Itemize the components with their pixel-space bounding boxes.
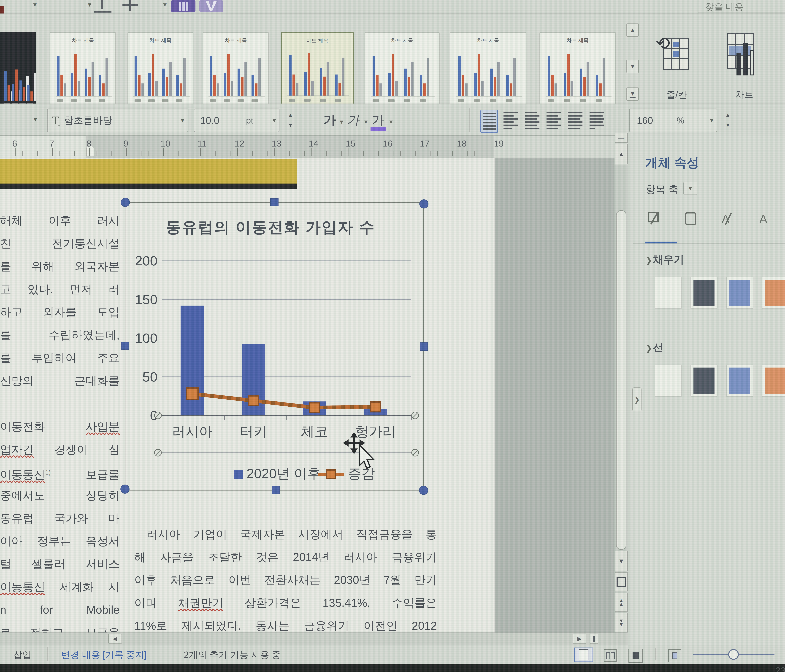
font-size-spinner[interactable]: ▲▼ — [286, 110, 295, 132]
selection-handle[interactable] — [271, 198, 278, 206]
selection-handle[interactable] — [420, 342, 428, 351]
chevron-down-icon[interactable]: ▾ — [34, 116, 37, 123]
ruler-toggle-button[interactable]: — — [615, 133, 628, 143]
shape-icon[interactable] — [682, 209, 701, 228]
document-text-line: 로 정하고, 보급을 — [0, 621, 120, 633]
mini-chart-title: 차트 제목 — [540, 37, 615, 44]
addons-indicator[interactable]: 2개의 추가 기능 사용 중 — [184, 649, 281, 661]
bold-button[interactable]: 가 — [324, 112, 336, 129]
chart-style-thumbnail[interactable]: 차트 제목 — [50, 32, 116, 112]
selection-handle[interactable] — [419, 486, 428, 495]
align-button[interactable] — [566, 110, 584, 133]
selection-handle[interactable] — [419, 200, 428, 209]
zoom-slider-thumb[interactable] — [728, 649, 739, 660]
font-size-unit: pt — [246, 115, 253, 125]
text-style-icon[interactable] — [94, 0, 111, 12]
page-view-button[interactable] — [574, 647, 593, 662]
edit-chart-data-icon — [727, 33, 754, 69]
color-swatch-none[interactable] — [655, 365, 682, 397]
chart-style-gallery: 차트 제목차트 제목차트 제목차트 제목차트 제목차트 제목차트 제목 — [0, 14, 625, 103]
font-icon[interactable]: A — [755, 209, 774, 228]
property-tab-icons: AA — [643, 209, 785, 231]
browse-target-button[interactable] — [615, 572, 628, 591]
document-text-line: 11%로 제시되었다. 동사는 금융위기 이전인 2012 — [134, 614, 437, 633]
underline-button[interactable]: 가 — [372, 112, 384, 129]
ruler-number: 11 — [197, 138, 206, 148]
char-shape-icon[interactable] — [122, 0, 140, 11]
page-thumbnail-button[interactable] — [668, 649, 681, 662]
scroll-left-button[interactable]: ◀ — [108, 634, 122, 644]
switch-rows-cols-icon: ⟲ — [663, 39, 689, 70]
color-swatch[interactable] — [726, 277, 753, 309]
red-icon-fragment — [0, 6, 5, 14]
horizontal-scrollbar-track[interactable] — [0, 633, 628, 645]
alignment-button-group — [480, 110, 609, 133]
zoom-ratio-spinner[interactable]: ▲▼ — [724, 110, 732, 132]
color-swatch-none[interactable] — [655, 277, 682, 309]
sidebar-collapse-button[interactable]: ❯ — [632, 387, 641, 411]
color-swatch[interactable] — [726, 365, 753, 397]
color-swatch[interactable] — [762, 277, 785, 309]
scroll-right-button[interactable]: ▶ — [573, 634, 586, 644]
insert-mode-indicator[interactable]: 삽입 — [13, 649, 31, 661]
align-button[interactable] — [545, 110, 563, 133]
previous-page-button[interactable]: ▲▲ — [615, 592, 628, 612]
chart-style-thumbnail[interactable]: 차트 제목 — [539, 32, 616, 112]
color-swatch[interactable] — [691, 277, 718, 309]
ruler-number: 16 — [383, 138, 392, 148]
search-input[interactable]: 찾을 내용 — [698, 0, 785, 13]
track-changes-indicator[interactable]: 변경 내용 [기록 중지] — [61, 649, 147, 661]
target-object-dropdown[interactable]: ▼ — [683, 182, 697, 195]
scroll-down-button[interactable]: ▼ — [615, 551, 628, 571]
chevron-down-icon[interactable]: ▾ — [389, 118, 392, 125]
section-header-line[interactable]: ❯ 선 — [646, 340, 663, 354]
color-swatch[interactable] — [762, 365, 785, 397]
selection-handle[interactable] — [120, 485, 130, 494]
ruler-number: 14 — [309, 138, 318, 148]
chevron-down-icon[interactable]: ▾ — [33, 1, 37, 8]
chart-object[interactable]: 동유럽의 이동전화 가입자 수050100150200러시아터키체코헝가리202… — [124, 200, 425, 493]
next-page-button[interactable]: ▼▼ — [615, 613, 628, 632]
chevron-down-icon[interactable]: ▾ — [88, 1, 91, 8]
full-width-view-button[interactable] — [629, 649, 643, 663]
section-header-fill[interactable]: ❯ 채우기 — [646, 253, 684, 267]
selection-handle[interactable] — [121, 341, 129, 350]
mouse-cursor-icon — [343, 433, 378, 469]
align-button[interactable] — [524, 110, 541, 133]
selection-handle[interactable] — [272, 486, 280, 494]
chevron-down-icon[interactable]: ▾ — [364, 118, 367, 125]
document-text-line: 고 있다. 먼저 러 — [0, 278, 120, 301]
chart-style-thumbnail[interactable]: 차트 제목 — [364, 32, 439, 112]
chart-style-thumbnail[interactable]: 차트 제목 — [450, 32, 526, 112]
chevron-down-icon[interactable]: ▾ — [340, 118, 343, 125]
chart-style-thumbnail[interactable]: 차트 제목 — [127, 32, 194, 112]
align-button[interactable] — [480, 110, 498, 133]
fill-style-icon[interactable] — [646, 209, 664, 228]
chart-style-thumbnail[interactable]: 차트 제목 — [281, 32, 354, 112]
selection-handle[interactable] — [121, 198, 130, 207]
gallery-scroll-down-button[interactable]: ▼ — [626, 59, 639, 73]
ruler-number: 19 — [494, 138, 504, 148]
document-text-line: 중에서도 상당히 — [0, 484, 120, 507]
ruler-number: 12 — [235, 138, 244, 148]
app-purple-icon-2[interactable] — [199, 0, 223, 12]
color-swatch[interactable] — [691, 365, 718, 397]
font-name-select[interactable]: T̟ 함초롬바탕 ▾ — [47, 109, 188, 132]
vertical-scrollbar-thumb[interactable] — [616, 210, 626, 550]
zoom-ratio-input[interactable]: 160 % ▾ — [629, 109, 717, 132]
align-button[interactable] — [502, 110, 519, 133]
text-style-icon[interactable]: A — [718, 209, 737, 228]
app-purple-icon[interactable] — [171, 0, 195, 12]
gallery-more-button[interactable]: ▼ — [626, 87, 639, 101]
chevron-down-icon[interactable]: ▾ — [163, 1, 167, 8]
chart-style-thumbnail[interactable]: 차트 제목 — [203, 32, 269, 112]
font-size-input[interactable]: 10.0 pt ▾ — [194, 109, 280, 132]
window-split-handle[interactable] — [590, 634, 598, 644]
gallery-scroll-up-button[interactable]: ▲ — [626, 23, 639, 37]
ruler-number: 6 — [12, 138, 17, 148]
scroll-up-button[interactable]: ▲ — [615, 144, 628, 164]
two-page-view-button[interactable] — [604, 649, 617, 662]
document-text-line: 동유럽 국가와 마 — [0, 507, 120, 530]
chart-style-thumbnail-dark[interactable] — [0, 32, 36, 112]
align-button[interactable] — [588, 110, 605, 133]
